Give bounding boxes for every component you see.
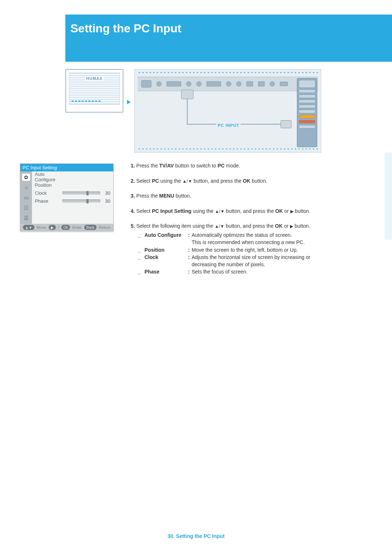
osd-row-auto-configure: Auto Configure <box>35 173 110 181</box>
pip-icon: ▭ <box>22 194 30 201</box>
osd-menu-list: Auto Configure Position Clock 30 Phase 3… <box>32 171 113 224</box>
caption-icon: ☷ <box>22 204 30 211</box>
footer-title: Setting the PC Input <box>176 533 225 539</box>
ok-pill-icon: Ok <box>61 225 70 230</box>
slider-icon <box>62 191 100 194</box>
right-arrow-icon: ▶ <box>290 209 294 214</box>
arrow-right-icon <box>127 100 131 104</box>
cable-icon <box>187 99 188 125</box>
osd-row-phase: Phase 30 <box>35 197 110 205</box>
header-band: Setting the PC Input <box>65 15 392 62</box>
right-pill-icon: ▶ <box>49 225 56 230</box>
osd-footer-enter: Enter <box>72 225 82 230</box>
def-auto-configure-cont: This is recommended when connecting a ne… <box>192 239 323 246</box>
side-strip <box>385 153 392 240</box>
page-title: Setting the PC Input <box>70 22 392 35</box>
instruction-list: 1. Press the TV/AV button to switch to P… <box>131 162 325 238</box>
power-port-icon <box>141 80 151 88</box>
right-arrow-icon: ▶ <box>290 224 293 229</box>
setup-icon: ☰ <box>22 214 30 222</box>
osd-row-clock: Clock 30 <box>35 189 110 197</box>
picture-icon: ✿ <box>22 174 30 181</box>
port-icon <box>270 81 275 86</box>
page-number: 30. <box>167 533 174 539</box>
tv-back-ports <box>138 77 318 91</box>
updown-pill-icon: ▲▼ <box>23 225 34 230</box>
sound-icon: ♫ <box>22 184 30 191</box>
tv-thumbnail: HUMAX <box>65 69 123 113</box>
def-position: _ Position : Move the screen to the righ… <box>138 246 323 254</box>
vga-port-icon <box>207 81 221 86</box>
port-icon <box>156 81 162 86</box>
pc-tower-icon <box>297 78 317 147</box>
slider-icon <box>62 199 100 202</box>
port-icon <box>196 81 201 86</box>
dots-divider-top <box>138 72 318 74</box>
osd-row-position: Position <box>35 181 110 189</box>
step-1: 1. Press the TV/AV button to switch to P… <box>131 162 325 170</box>
definition-list: _ Auto Configure : Automatically optimiz… <box>138 231 323 276</box>
port-icon <box>226 81 231 86</box>
pc-input-label: PC INPUT <box>216 123 241 127</box>
osd-sidebar: ✿ ♫ ▭ ☷ ☰ <box>20 171 32 224</box>
def-clock: _ Clock : Adjusts the horizontal size of… <box>138 254 323 261</box>
step-2: 2. Select PC using the ▲/▼ button, and p… <box>131 178 325 185</box>
def-auto-configure: _ Auto Configure : Automatically optimiz… <box>138 231 323 239</box>
audio-port-icon <box>236 81 241 86</box>
def-clock-cont: decreasing the number of pixels. <box>192 261 323 268</box>
vga-port-icon <box>167 81 181 86</box>
osd-menu-title: PC Input Setting <box>20 164 113 171</box>
osd-footer: ▲▼ Move ▶/ Ok Enter Back Return <box>20 224 113 231</box>
osd-footer-return: Return <box>99 225 111 230</box>
osd-footer-move: Move <box>37 225 46 230</box>
step-3: 3. Press the MENU button. <box>131 193 325 200</box>
updown-arrow-icon: ▲/▼ <box>182 179 192 184</box>
page-footer: 30. Setting the PC Input <box>0 533 392 539</box>
updown-arrow-icon: ▲/▼ <box>215 224 224 229</box>
port-icon <box>280 82 288 86</box>
back-pill-icon: Back <box>84 225 97 230</box>
port-icon <box>258 81 265 86</box>
connection-panel: PC INPUT <box>134 69 321 153</box>
def-phase: _ Phase : Sets the focus of screen. <box>138 268 323 275</box>
updown-arrow-icon: ▲/▼ <box>215 209 225 214</box>
tv-highlight-dash <box>72 98 101 102</box>
osd-menu-screenshot: PC Input Setting ✿ ♫ ▭ ☷ ☰ Auto Configur… <box>20 163 114 231</box>
port-icon <box>246 81 253 86</box>
port-icon <box>186 81 191 86</box>
dots-divider-bottom <box>138 148 318 150</box>
step-5: 5. Select the following item using the ▲… <box>131 223 325 230</box>
vga-plug-icon <box>181 90 193 99</box>
tv-brand-label: HUMAX <box>85 76 103 81</box>
step-4: 4. Select PC Input Setting using the ▲/▼… <box>131 208 325 215</box>
vga-plug-icon <box>281 120 291 128</box>
